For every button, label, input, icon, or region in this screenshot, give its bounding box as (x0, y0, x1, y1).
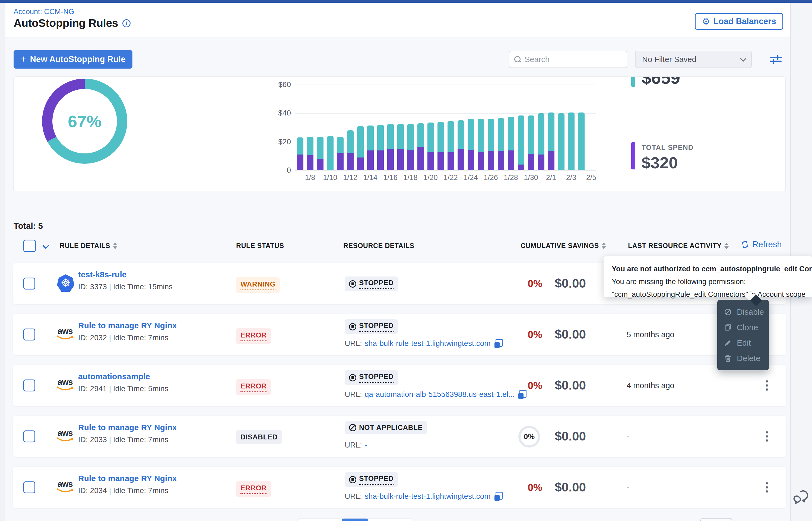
y-tick-20: $20 (266, 137, 291, 146)
aws-icon: aws (56, 429, 75, 443)
bar-1/26 (486, 85, 496, 170)
rule-name-link[interactable]: automationsample (78, 372, 150, 381)
aws-icon: aws (56, 327, 75, 341)
rule-meta: ID: 2033 | Idle Time: 7mins (78, 435, 169, 444)
left-gutter (0, 3, 5, 521)
chat-icon[interactable] (793, 490, 810, 506)
table-row: aws automationsample ID: 2941 | Idle Tim… (13, 365, 786, 406)
refresh-button[interactable]: Refresh (740, 240, 782, 249)
pagination-bar[interactable] (297, 518, 413, 521)
x-tick-1/16: 1/16 (383, 174, 398, 182)
savings-amount: $0.00 (555, 429, 586, 444)
savings-amount: $0.00 (555, 276, 586, 291)
summary-chart-card: 67% $60 $40 $20 0 1/81/101/121/141/161/1… (13, 76, 786, 191)
resource-url-link[interactable]: qa-automation-alb-515563988.us-east-1.el… (365, 390, 515, 399)
last-activity: - (627, 483, 629, 492)
filter-settings-icon[interactable] (769, 52, 783, 66)
select-all-checkbox[interactable] (23, 240, 36, 252)
url-prefix: URL: (345, 441, 362, 449)
bar-1/21 (435, 85, 446, 170)
bar-1/15 (375, 85, 385, 170)
resource-state-badge[interactable]: STOPPED (345, 472, 398, 487)
permission-tooltip: You are not authorized to ccm_autostoppi… (603, 256, 812, 297)
bar-1/29 (516, 85, 526, 170)
edit-icon (724, 339, 732, 347)
menu-item-disable[interactable]: Disable (717, 308, 769, 317)
row-options-menu-icon[interactable] (762, 480, 772, 495)
search-input[interactable] (525, 55, 622, 64)
bar-1/16 (385, 85, 396, 170)
url-prefix: URL: (345, 339, 362, 348)
load-balancers-button[interactable]: ⚙ Load Balancers (695, 13, 783, 30)
savings-amount: $0.00 (555, 378, 586, 392)
resource-state-badge[interactable]: NOT APPLICABLE (345, 421, 427, 434)
sort-icon[interactable] (602, 243, 606, 249)
x-tick-1/10: 1/10 (323, 174, 337, 182)
rule-meta: ID: 3373 | Idle Time: 15mins (78, 282, 173, 291)
savings-percentage: 0% (510, 329, 542, 340)
x-tick-1/26: 1/26 (484, 174, 498, 182)
last-activity: 5 months ago (627, 330, 675, 339)
bulk-select-chevron-icon[interactable] (42, 242, 49, 249)
x-tick-1/12: 1/12 (343, 174, 358, 182)
resource-url-link[interactable]: sha-bulk-rule-test-1.lightwingtest.com (365, 492, 491, 501)
bar-1/20 (426, 85, 435, 170)
bar-1/27 (496, 85, 506, 170)
rule-name-link[interactable]: Rule to manage RY Nginx (78, 474, 177, 483)
y-tick-0: 0 (266, 166, 291, 175)
account-breadcrumb[interactable]: Account: CCM-NG (14, 7, 74, 16)
table-row: aws Rule to manage RY Nginx ID: 2034 | I… (13, 467, 786, 508)
last-activity: 4 months ago (627, 381, 675, 390)
saved-filter-dropdown[interactable]: No Filter Saved (635, 51, 752, 68)
bar-1/24 (466, 85, 476, 170)
status-badge: ERROR (236, 379, 271, 395)
row-checkbox[interactable] (23, 277, 35, 290)
copy-icon[interactable] (494, 339, 503, 348)
resource-state-badge[interactable]: STOPPED (345, 370, 398, 385)
active-page-button[interactable] (342, 519, 368, 521)
search-box[interactable] (509, 51, 627, 68)
bar-1/18 (405, 85, 415, 170)
resource-url-link[interactable]: - (365, 441, 367, 449)
menu-item-edit[interactable]: Edit (717, 338, 769, 347)
plus-icon: + (21, 53, 26, 65)
rule-meta: ID: 2034 | Idle Time: 7mins (78, 486, 169, 495)
copy-icon[interactable] (494, 492, 503, 501)
clone-icon (724, 323, 732, 332)
resource-state-badge[interactable]: STOPPED (345, 276, 398, 291)
savings-amount: $0.00 (555, 480, 586, 494)
column-last-resource-activity: LAST RESOURCE ACTIVITY (628, 242, 729, 250)
menu-item-delete[interactable]: Delete (717, 354, 769, 363)
row-options-menu-icon[interactable] (762, 429, 772, 444)
bar-1/19 (415, 85, 426, 170)
menu-item-clone[interactable]: Clone (717, 323, 769, 332)
top-accent-bar (0, 0, 812, 3)
rule-name-link[interactable]: test-k8s-rule (78, 270, 126, 279)
bar-2/3 (566, 85, 576, 170)
resource-state-badge[interactable]: STOPPED (345, 319, 398, 334)
bar-1/25 (476, 85, 486, 170)
savings-amount: $0.00 (555, 327, 586, 342)
savings-percentage-ring: 0% (518, 426, 540, 448)
total-spend-label: TOTAL SPEND (642, 143, 694, 152)
info-icon[interactable]: i (122, 19, 131, 27)
x-tick-1/28: 1/28 (504, 174, 518, 182)
row-options-menu-icon[interactable] (762, 378, 772, 393)
sort-icon[interactable] (113, 243, 117, 249)
row-checkbox[interactable] (23, 329, 35, 340)
resource-url-link[interactable]: sha-bulk-rule-test-1.lightwingtest.com (365, 339, 491, 348)
rule-name-link[interactable]: Rule to manage RY Nginx (78, 423, 177, 432)
rule-meta: ID: 2032 | Idle Time: 7mins (78, 334, 169, 342)
row-checkbox[interactable] (23, 430, 35, 443)
stopped-icon (349, 280, 356, 288)
new-autostopping-rule-button[interactable]: + New AutoStopping Rule (14, 50, 132, 69)
column-resource-details: RESOURCE DETAILS (343, 242, 414, 250)
rule-name-link[interactable]: Rule to manage RY Nginx (78, 321, 177, 330)
row-checkbox[interactable] (23, 481, 35, 493)
bar-1/12 (345, 85, 355, 170)
bottom-right-button[interactable] (700, 518, 732, 521)
row-checkbox[interactable] (23, 380, 35, 391)
x-tick-1/14: 1/14 (363, 174, 378, 182)
sort-icon[interactable] (724, 243, 729, 249)
chevron-down-icon (740, 55, 747, 62)
